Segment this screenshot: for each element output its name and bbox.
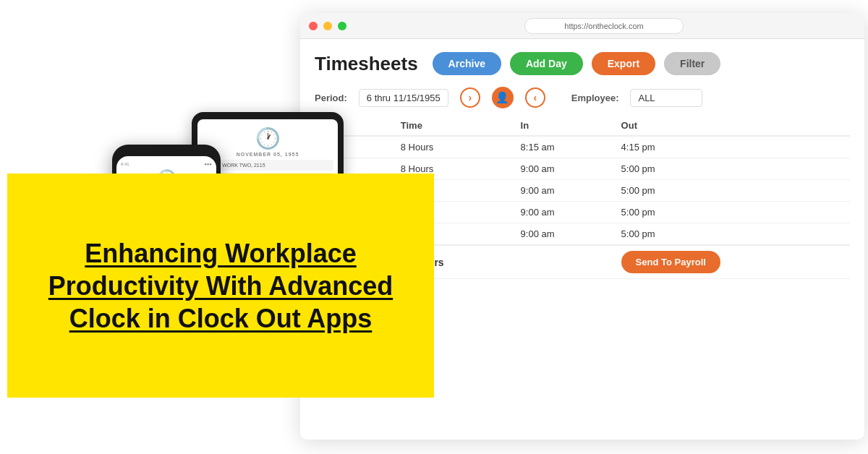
add-day-button[interactable]: Add Day (510, 52, 583, 75)
period-label: Period: (315, 93, 347, 103)
employee-prev-arrow[interactable]: ‹ (525, 87, 545, 108)
hero-title: Enhancing Workplace Productivity With Ad… (29, 237, 412, 335)
export-button[interactable]: Export (592, 52, 655, 75)
cell-out: 5:00 pm (614, 223, 850, 246)
cell-in: 9:00 am (514, 180, 614, 202)
employee-value: ALL (630, 89, 702, 107)
period-value: 6 thru 11/15/1955 (359, 89, 448, 107)
browser-bar: https://ontheclock.com (300, 13, 864, 39)
period-next-arrow[interactable]: › (460, 87, 480, 108)
phone-signal: ●●● (204, 162, 212, 166)
phone-time: 9:41 (121, 162, 129, 166)
col-time: Time (393, 116, 514, 136)
total-in-empty (514, 245, 614, 279)
cell-time: 8 Hours (393, 136, 514, 158)
hero-overlay: Enhancing Workplace Productivity With Ad… (7, 174, 434, 398)
cell-out: 5:00 pm (614, 180, 850, 202)
table-row: 8 Hours 8:15 am 4:15 pm (315, 136, 850, 158)
col-in: In (514, 116, 614, 136)
browser-dot-red[interactable] (309, 22, 318, 30)
cell-in: 9:00 am (514, 158, 614, 180)
cell-out: 5:00 pm (614, 202, 850, 223)
send-to-payroll-cell: Send To Payroll (614, 245, 850, 279)
browser-url: https://ontheclock.com (524, 18, 684, 34)
employee-label: Employee: (571, 93, 619, 103)
col-out: Out (614, 116, 850, 136)
person-icon: 👤 (492, 87, 514, 108)
timesheets-header: Timesheets Archive Add Day Export Filter (315, 52, 850, 75)
phone-status-bar: 9:41 ●●● (121, 162, 212, 166)
page-title: Timesheets (315, 53, 418, 75)
tablet-clock-icon: 🕐 (202, 127, 333, 150)
cell-out: 4:15 pm (614, 136, 850, 158)
filter-button[interactable]: Filter (664, 52, 720, 75)
cell-in: 9:00 am (514, 202, 614, 223)
timesheets-controls: Period: 6 thru 11/15/1955 › 👤 ‹ Employee… (315, 87, 850, 108)
tablet-work-note: ACME WORK TWO, 2115 (202, 160, 333, 171)
tablet-date: NOVEMBER 05, 1955 (202, 152, 333, 157)
send-to-payroll-button[interactable]: Send To Payroll (621, 251, 720, 273)
phone-notch (148, 145, 184, 153)
cell-out: 5:00 pm (614, 158, 850, 180)
cell-in: 9:00 am (514, 223, 614, 246)
browser-dot-green[interactable] (338, 22, 346, 30)
archive-button[interactable]: Archive (433, 52, 501, 75)
cell-in: 8:15 am (514, 136, 614, 158)
browser-dot-yellow[interactable] (323, 22, 332, 30)
